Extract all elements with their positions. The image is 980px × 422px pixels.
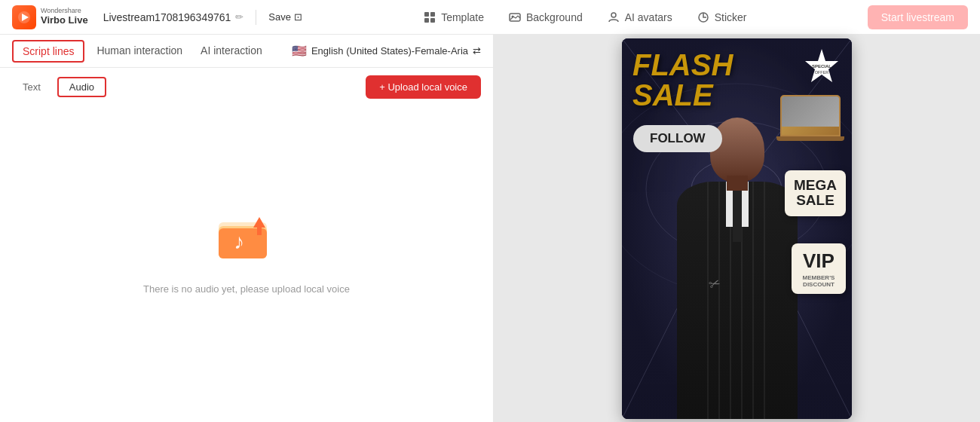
- template-icon: [423, 11, 436, 24]
- logo-icon: [12, 5, 36, 29]
- svg-text:♪: ♪: [234, 230, 244, 253]
- edit-icon[interactable]: ✏: [235, 11, 243, 23]
- project-name: Livestream1708196349761 ✏: [103, 11, 244, 23]
- flash-sale-label: FLASH SALE: [632, 50, 733, 110]
- person-neck: [727, 176, 748, 191]
- stripe-5: [752, 182, 754, 419]
- svg-text:SPECIAL: SPECIAL: [812, 64, 831, 69]
- tab-human-interaction[interactable]: Human interaction: [87, 35, 191, 68]
- stripe-1: [707, 182, 709, 419]
- background-icon: [508, 11, 522, 24]
- save-icon: ⊡: [294, 11, 302, 23]
- follow-bubble: FOLLOW: [633, 125, 722, 152]
- svg-text:OFFER: OFFER: [815, 70, 829, 75]
- sub-tab-text[interactable]: Text: [12, 78, 51, 96]
- sale-text-2: SALE: [794, 193, 837, 209]
- follow-label: FOLLOW: [650, 131, 706, 145]
- tabs-row: Script lines Human interaction AI intera…: [0, 35, 493, 68]
- stripe-6: [764, 182, 765, 419]
- preview-background: ✂ FLASH SALE FOLLOW SPECIAL OFFER: [622, 38, 852, 419]
- background-label: Background: [526, 11, 583, 23]
- empty-state-text: There is no audio yet, please upload loc…: [143, 283, 350, 295]
- vip-box: VIP MEMBER'S DISCOUNT: [792, 243, 846, 294]
- mega-sale-box: MEGA SALE: [785, 170, 846, 217]
- nav-background[interactable]: Background: [508, 11, 583, 24]
- sub-tabs-row: Text Audio + Upload local voice: [0, 68, 493, 106]
- sticker-icon: [697, 11, 710, 24]
- main-layout: Script lines Human interaction AI intera…: [0, 35, 980, 422]
- save-label: Save: [268, 11, 291, 23]
- start-livestream-button[interactable]: Start livestream: [868, 5, 968, 29]
- logo-text: Wondershare Virbo Live: [41, 8, 88, 26]
- member-text: MEMBER'S: [801, 274, 837, 281]
- nav-ai-avatars[interactable]: AI avatars: [607, 11, 672, 24]
- topbar: Wondershare Virbo Live Livestream1708196…: [0, 0, 980, 35]
- stripe-3: [730, 182, 731, 419]
- svg-rect-4: [424, 18, 429, 23]
- divider: [256, 10, 256, 25]
- svg-rect-5: [430, 18, 435, 23]
- preview-card: ✂ FLASH SALE FOLLOW SPECIAL OFFER: [622, 38, 852, 419]
- svg-rect-15: [257, 226, 262, 235]
- left-panel: Script lines Human interaction AI intera…: [0, 35, 494, 422]
- tab-ai-interaction[interactable]: AI interaction: [191, 35, 271, 68]
- save-button[interactable]: Save ⊡: [268, 11, 302, 23]
- logo: Wondershare Virbo Live: [12, 5, 88, 29]
- ai-avatars-label: AI avatars: [625, 11, 672, 23]
- person-head: [710, 118, 764, 182]
- person-body: [677, 182, 798, 419]
- language-selector[interactable]: 🇺🇸 English (United States)-Female-Aria ⇄: [292, 44, 481, 58]
- vip-text: VIP: [801, 249, 837, 273]
- flag-icon: 🇺🇸: [292, 44, 307, 58]
- sale-text: SALE: [632, 80, 733, 110]
- stripe-2: [718, 182, 720, 419]
- svg-rect-3: [430, 12, 435, 17]
- tie: [733, 182, 742, 242]
- nav-template[interactable]: Template: [423, 11, 484, 24]
- laptop-graphic: [780, 95, 844, 141]
- language-label: English (United States)-Female-Aria: [311, 45, 468, 57]
- template-label: Template: [441, 11, 484, 23]
- sub-tab-audio[interactable]: Audio: [57, 77, 106, 97]
- sticker-label: Sticker: [715, 11, 747, 23]
- logo-product: Virbo Live: [41, 15, 88, 26]
- upload-local-voice-button[interactable]: + Upload local voice: [366, 75, 481, 99]
- svg-rect-2: [424, 12, 429, 17]
- discount-text: DISCOUNT: [801, 281, 837, 288]
- mega-text: MEGA: [794, 178, 837, 194]
- nav-sticker[interactable]: Sticker: [697, 11, 747, 24]
- svg-point-8: [611, 13, 616, 17]
- flash-text: FLASH: [632, 50, 733, 80]
- tab-script-lines[interactable]: Script lines: [12, 40, 84, 63]
- topbar-nav: Template Background AI avatars Sticker: [308, 11, 862, 24]
- language-swap-icon: ⇄: [473, 45, 481, 57]
- empty-state: ♪ There is no audio yet, please upload l…: [0, 106, 493, 422]
- audio-empty-icon: ♪: [213, 203, 280, 271]
- ai-avatars-icon: [607, 11, 620, 24]
- special-badge: SPECIAL OFFER: [802, 47, 841, 90]
- right-panel: ✂ FLASH SALE FOLLOW SPECIAL OFFER: [494, 35, 980, 422]
